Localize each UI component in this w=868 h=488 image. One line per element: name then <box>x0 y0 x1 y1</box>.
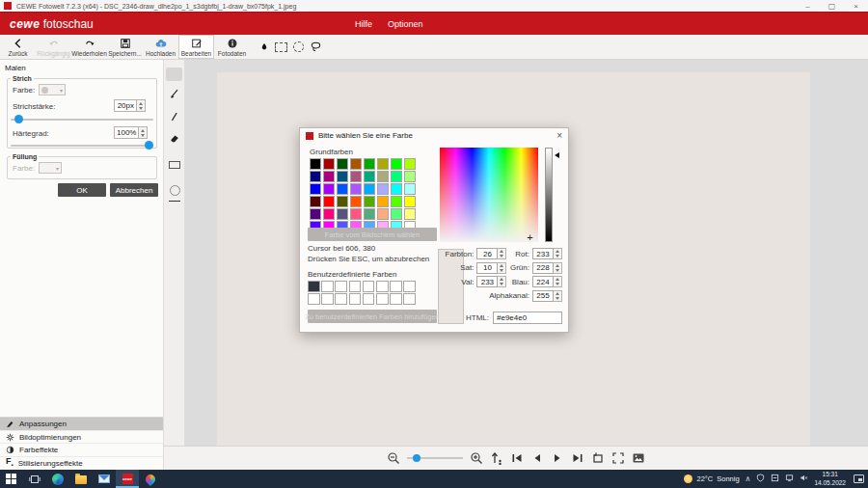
stepper-arrows-icon[interactable] <box>554 290 562 302</box>
start-button[interactable] <box>0 470 23 488</box>
cewe-app-button[interactable]: cewe <box>116 470 139 488</box>
stepper-arrows-icon[interactable] <box>554 248 562 259</box>
custom-color-swatch[interactable] <box>321 281 334 292</box>
alpha-stepper[interactable]: 255 <box>532 290 562 302</box>
zoom-fit-icon[interactable] <box>490 451 503 465</box>
shield-icon[interactable] <box>756 474 765 484</box>
effects-item-stilisierungseffekte[interactable]: F Stilisierungseffekte <box>0 457 163 471</box>
basic-color-swatch[interactable] <box>337 183 348 195</box>
zoom-slider[interactable] <box>407 453 463 463</box>
slideshow-icon[interactable] <box>632 451 645 465</box>
maximize-button[interactable]: ▢ <box>820 0 844 12</box>
sat-stepper[interactable]: 10 <box>476 262 506 274</box>
custom-color-swatch[interactable] <box>335 281 347 292</box>
hardness-slider[interactable] <box>11 141 153 150</box>
custom-color-swatch[interactable] <box>403 281 416 292</box>
pencil-tool-button[interactable] <box>168 110 181 123</box>
effects-item-anpassungen[interactable]: Anpassungen <box>0 418 163 431</box>
close-button[interactable]: × <box>844 0 868 12</box>
basic-color-swatch[interactable] <box>310 196 321 207</box>
green-stepper[interactable]: 228 <box>532 262 562 274</box>
red-stepper[interactable]: 233 <box>532 248 562 259</box>
basic-color-swatch[interactable] <box>364 208 375 220</box>
custom-color-swatch[interactable] <box>321 293 334 305</box>
basic-color-swatch[interactable] <box>310 158 321 170</box>
basic-color-swatch[interactable] <box>364 183 375 195</box>
basic-color-swatch[interactable] <box>337 171 348 182</box>
edge-button[interactable] <box>46 470 69 488</box>
mail-app-button[interactable] <box>93 470 116 488</box>
file-explorer-button[interactable] <box>69 470 93 488</box>
network-icon[interactable] <box>785 474 794 484</box>
basic-color-swatch[interactable] <box>310 208 321 220</box>
custom-color-swatch[interactable] <box>363 293 375 305</box>
custom-color-swatch[interactable] <box>349 281 362 292</box>
stepper-arrows-icon[interactable] <box>137 99 146 112</box>
hue-stepper[interactable]: 26 <box>476 248 506 259</box>
stroke-color-dropdown[interactable]: ▾ <box>39 84 66 95</box>
slider-track[interactable] <box>11 145 153 147</box>
basic-color-swatch[interactable] <box>404 183 416 195</box>
basic-color-swatch[interactable] <box>350 196 362 207</box>
lasso-selection-icon[interactable] <box>310 41 322 53</box>
basic-color-swatch[interactable] <box>364 158 375 170</box>
value-slider[interactable] <box>545 148 553 242</box>
slider-thumb[interactable] <box>14 115 23 123</box>
fullscreen-icon[interactable] <box>611 451 625 465</box>
speaker-icon[interactable] <box>800 474 808 484</box>
weather-widget[interactable]: 22°C Sonnig <box>684 474 739 483</box>
previous-image-icon[interactable] <box>530 451 544 465</box>
custom-color-swatch[interactable] <box>308 281 320 292</box>
fotowelt-app-button[interactable] <box>139 470 162 488</box>
basic-color-swatch[interactable] <box>310 183 321 195</box>
eraser-tool-button[interactable] <box>168 131 181 145</box>
task-view-button[interactable] <box>23 470 46 488</box>
photo-info-button[interactable]: Fotodaten <box>214 35 250 59</box>
basic-color-swatch[interactable] <box>404 208 416 220</box>
basic-color-swatch[interactable] <box>377 158 389 170</box>
custom-color-swatch[interactable] <box>349 293 362 305</box>
basic-color-swatch[interactable] <box>337 196 348 207</box>
html-color-input[interactable] <box>493 312 562 324</box>
undo-button[interactable]: Rückgängig <box>36 35 71 59</box>
menu-optionen[interactable]: Optionen <box>388 19 423 29</box>
stepper-arrows-icon[interactable] <box>498 262 506 274</box>
slider-thumb[interactable] <box>145 141 153 149</box>
stepper-arrows-icon[interactable] <box>554 276 562 287</box>
stepper-arrows-icon[interactable] <box>498 248 506 259</box>
back-button[interactable]: Zurück <box>0 35 36 59</box>
basic-color-swatch[interactable] <box>323 196 335 207</box>
rect-selection-icon[interactable] <box>275 42 287 52</box>
custom-color-swatch[interactable] <box>363 281 375 292</box>
basic-color-swatch[interactable] <box>350 208 362 220</box>
zoom-out-icon[interactable] <box>387 451 400 465</box>
redo-button[interactable]: Wiederholen <box>71 35 107 59</box>
basic-color-swatch[interactable] <box>323 208 335 220</box>
basic-color-swatch[interactable] <box>350 171 362 182</box>
stroke-width-slider[interactable] <box>11 115 153 124</box>
dialog-close-icon[interactable]: × <box>556 131 562 141</box>
add-custom-color-button[interactable]: Zu benutzerdefinierten Farben hinzufügen <box>308 310 437 323</box>
dialog-titlebar[interactable]: Bitte wählen Sie eine Farbe × <box>300 128 568 143</box>
rectangle-tool-button[interactable] <box>168 158 181 172</box>
basic-color-swatch[interactable] <box>323 183 335 195</box>
basic-color-swatch[interactable] <box>337 158 348 170</box>
save-button[interactable]: Speichern... <box>107 35 143 59</box>
basic-color-swatch[interactable] <box>323 158 335 170</box>
scrollbar-thumb[interactable] <box>166 68 182 81</box>
basic-color-swatch[interactable] <box>323 171 335 182</box>
pen-tool-icon[interactable] <box>259 41 269 53</box>
crop-icon[interactable] <box>591 451 605 465</box>
basic-color-swatch[interactable] <box>377 208 389 220</box>
app-tray-icon[interactable] <box>771 474 779 484</box>
basic-color-swatch[interactable] <box>391 158 402 170</box>
basic-color-swatch[interactable] <box>364 171 375 182</box>
basic-color-swatch[interactable] <box>377 171 389 182</box>
value-slider-arrow-icon[interactable] <box>555 152 559 158</box>
effects-item-bildoptimierungen[interactable]: Bildoptimierungen <box>0 431 163 445</box>
hardness-stepper[interactable]: 100% <box>114 126 148 139</box>
edit-button[interactable]: Bearbeiten <box>178 35 214 59</box>
basic-color-swatch[interactable] <box>404 171 416 182</box>
fill-color-dropdown[interactable]: ▾ <box>39 162 62 174</box>
next-image-icon[interactable] <box>551 451 564 465</box>
